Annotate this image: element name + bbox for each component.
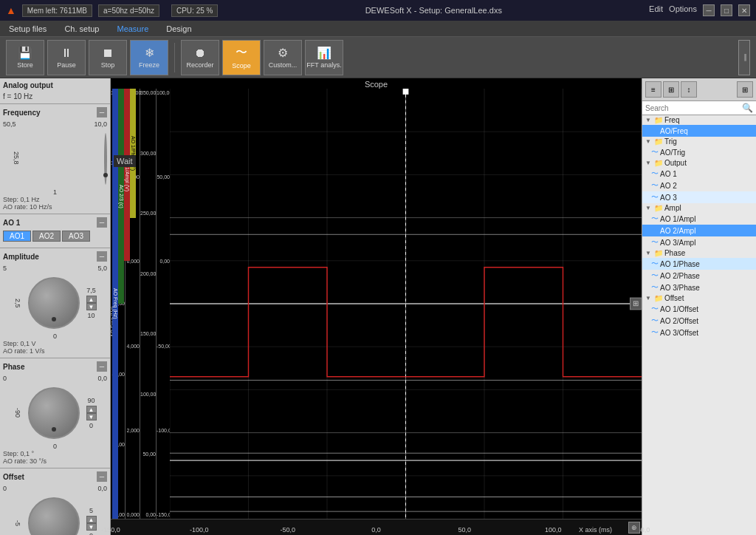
frequency-knob[interactable] [104, 133, 107, 185]
minimize-button[interactable]: ─ [703, 4, 715, 16]
tree-group-ampl[interactable]: ▼ 📁 Ampl [642, 203, 756, 213]
offset-folder-icon: 📁 [654, 294, 663, 302]
ampl-group-label: Ampl [664, 204, 681, 212]
pause-icon: ⏸ [61, 47, 72, 60]
ao2-tab[interactable]: AO2 [32, 231, 61, 242]
tree-item-ao3ampl[interactable]: 〜 AO 3/Ampl [642, 236, 756, 248]
tree-group-phase[interactable]: ▼ 📁 Phase [642, 248, 756, 258]
pause-button[interactable]: ⏸ Pause [47, 40, 86, 75]
phase-collapse-btn[interactable]: ─ [97, 361, 107, 372]
xaxis-label-n50: -50,0 [280, 526, 295, 534]
phase-up-btn[interactable]: ▲ [86, 406, 97, 413]
xaxis-label-n100: -100,0 [190, 526, 209, 534]
maximize-button[interactable]: □ [721, 4, 732, 16]
menu-item-measure[interactable]: Measure [114, 23, 151, 35]
ao2phase-label: AO 2/Phase [660, 272, 700, 280]
ao1-output-label: AO 1 [660, 170, 677, 178]
options-menu[interactable]: Options [669, 4, 697, 16]
tree-group-freq[interactable]: ▼ 📁 Freq [642, 115, 756, 125]
frequency-collapse-btn[interactable]: ─ [97, 107, 107, 117]
tree-item-ao1phase[interactable]: 〜 AO 1/Phase [642, 258, 756, 270]
phase-ao-rate: AO rate: 30 °/s [3, 457, 107, 465]
ampl-right-label: 10 [87, 312, 94, 319]
frequency-section: Frequency ─ 50,5 10,0 25,8 75,3 [0, 104, 110, 214]
ao3-wave-icon: 〜 [651, 192, 659, 202]
freq-center-label: 1 [53, 188, 57, 196]
x-axis-bar: -150,0 -100,0 -50,0 0,0 50,0 100,0 150,0… [111, 519, 642, 535]
offset-min-label: -5 [14, 520, 21, 526]
custom-label: Custom... [269, 61, 298, 69]
scope-button[interactable]: 〜 Scope [222, 40, 261, 75]
phase-knob[interactable] [28, 387, 80, 439]
scope-expand-button[interactable]: ⊕ [628, 522, 640, 534]
right-tb-btn-4[interactable]: ⊞ [737, 81, 753, 98]
tree-item-ao-freq[interactable]: 〜 AO/Freq [642, 125, 756, 137]
tree-item-ao3phase[interactable]: 〜 AO 3/Phase [642, 282, 756, 293]
custom-button[interactable]: ⚙ Custom... [264, 40, 302, 75]
tree-item-ao3[interactable]: 〜 AO 3 [642, 191, 756, 203]
offset-knob-top-right: 0,0 [97, 485, 107, 492]
edit-menu[interactable]: Edit [649, 4, 663, 16]
offset-down-btn[interactable]: ▼ [86, 523, 97, 531]
tree-item-ao2offset[interactable]: 〜 AO 2/Offset [642, 315, 756, 327]
menu-item-setup-files[interactable]: Setup files [6, 23, 49, 35]
right-tb-btn-1[interactable]: ≡ [645, 81, 662, 98]
freq-step-info: Step: 0,1 Hz [3, 196, 107, 203]
amplitude-collapse-btn[interactable]: ─ [97, 251, 107, 262]
right-tb-btn-2[interactable]: ⊞ [663, 81, 679, 98]
ao-trig-wave-icon: 〜 [651, 147, 659, 157]
yaxis-ao1phase-100: 100,00 [157, 90, 170, 95]
cpu-info: CPU: 25 % [171, 4, 218, 17]
offset-up-btn[interactable]: ▲ [86, 516, 97, 523]
tree-item-ao1offset[interactable]: 〜 AO 1/Offset [642, 303, 756, 315]
tree-item-ao2ampl[interactable]: 〜 AO 2/Ampl [642, 225, 756, 236]
ao1-title: AO 1 [3, 219, 20, 227]
ao1phase-label: AO 1/Phase [660, 260, 700, 268]
left-panel: Analog output f = 10 Hz Frequency ─ 50,5… [0, 78, 111, 535]
close-button[interactable]: ✕ [738, 4, 750, 16]
frequency-knob-container: 50,5 10,0 25,8 75,3 ▲ ▼ [3, 120, 107, 211]
tree-group-output[interactable]: ▼ 📁 Output [642, 158, 756, 168]
store-button[interactable]: 💾 Store [6, 40, 44, 75]
offset-collapse-btn[interactable]: ─ [97, 471, 107, 482]
right-panel: ≡ ⊞ ↕ ⊞ 🔍 ▼ 📁 Freq 〜 AO/Freq ▼ 📁 [642, 78, 756, 535]
offset-knob-right: 5 ▲ ▼ 0 [86, 507, 97, 535]
recorder-button[interactable]: ⏺ Recorder [181, 40, 219, 75]
tree-item-ao1ampl[interactable]: 〜 AO 1/Ampl [642, 213, 756, 225]
audio-level-indicator[interactable]: ▐ [738, 40, 750, 75]
right-tb-btn-3[interactable]: ↕ [681, 81, 697, 98]
offset-knob[interactable] [28, 497, 80, 535]
stop-label: Stop [101, 61, 115, 69]
stop-button[interactable]: ⏹ Stop [89, 40, 127, 75]
phase-center-label: 0 [53, 443, 57, 450]
phase-knob-labels: 0 0,0 [3, 375, 107, 382]
ao1-tab[interactable]: AO1 [3, 231, 31, 242]
tree-item-ao2phase[interactable]: 〜 AO 2/Phase [642, 270, 756, 282]
tree-item-ao1[interactable]: 〜 AO 1 [642, 168, 756, 180]
fft-button[interactable]: 📊 FFT analys. [305, 40, 343, 75]
freeze-button[interactable]: ❄ Freeze [130, 40, 168, 75]
frequency-header: Frequency ─ [3, 107, 107, 117]
ampl-up-btn[interactable]: ▲ [86, 296, 97, 303]
yaxis-ao-freq-title: AO Freq (Hz) [110, 307, 115, 338]
tree-group-trig[interactable]: ▼ 📁 Trig [642, 137, 756, 146]
window-title: DEWESoft X - Setup: GeneralLee.dxs [218, 6, 649, 15]
tree-item-ao2[interactable]: 〜 AO 2 [642, 180, 756, 191]
phase-max-label: 90 [87, 397, 94, 404]
ampl-down-btn[interactable]: ▼ [86, 303, 97, 310]
tree-item-ao-trig[interactable]: 〜 AO/Trig [642, 146, 756, 158]
ao3-tab[interactable]: AO3 [62, 231, 90, 242]
menu-item-design[interactable]: Design [163, 23, 194, 35]
search-input[interactable] [645, 104, 742, 112]
scope-icon: 〜 [236, 45, 247, 61]
amplitude-knob[interactable] [28, 277, 80, 329]
recorder-icon: ⏺ [194, 47, 206, 60]
ao-freq-label: AO/Freq [660, 127, 688, 135]
offset-header: Offset ─ [3, 471, 107, 482]
tree-group-offset[interactable]: ▼ 📁 Offset [642, 293, 756, 303]
ao1-collapse-btn[interactable]: ─ [97, 217, 107, 228]
tree-item-ao3offset[interactable]: 〜 AO 3/Offset [642, 327, 756, 338]
phase-down-btn[interactable]: ▼ [86, 413, 97, 420]
ampl-center-label: 0 [53, 333, 57, 340]
menu-item-ch-setup[interactable]: Ch. setup [61, 23, 102, 35]
